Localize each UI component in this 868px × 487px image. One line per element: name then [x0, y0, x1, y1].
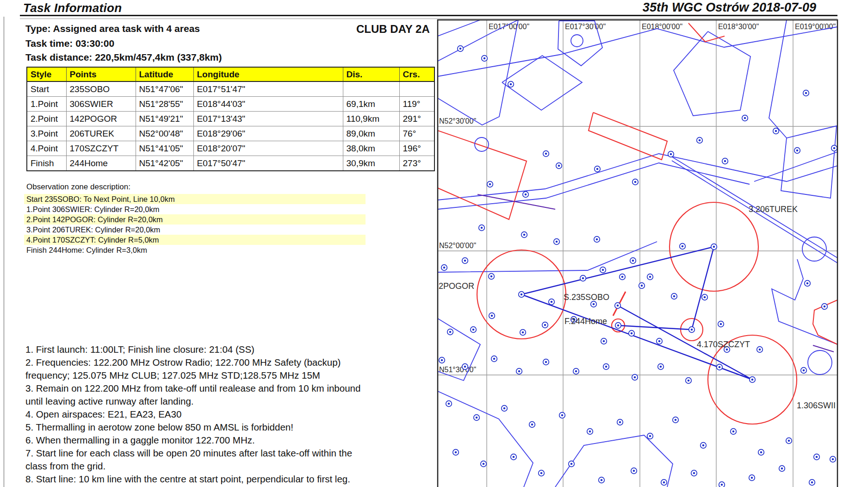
page-edge-line	[4, 17, 4, 487]
waypoint-dot-center	[832, 458, 834, 461]
turnpoint-table: StylePointsLatitudeLongitudeDis.Crs. Sta…	[26, 67, 435, 171]
table-cell: 306SWIER	[66, 97, 136, 112]
waypoint-dot-center	[732, 431, 735, 433]
waypoint-dot-center	[570, 463, 573, 465]
table-cell: 3.Point	[27, 126, 66, 141]
turnpoint-label-finish-home: F.244Home	[564, 317, 607, 326]
turnpoint-dot-point-2-pogor-center	[521, 293, 523, 296]
observation-zone-heading: Observation zone description:	[26, 182, 130, 192]
task-notes: 1. First launch: 11:00LT; Finish line cl…	[25, 343, 360, 486]
turnpoint-dot-finish-home-center	[617, 325, 620, 327]
table-cell: 206TUREK	[66, 126, 136, 141]
table-row: 4.Point170SZCZYTN51°41'05"E018°20'07"38,…	[27, 141, 434, 156]
table-cell: 89,0km	[343, 126, 399, 141]
map-border	[438, 20, 837, 487]
table-cell: 119°	[399, 97, 434, 112]
waypoint-dot-center	[518, 370, 521, 373]
table-cell: E017°51'47"	[193, 81, 343, 97]
table-row: 1.Point306SWIERN51°28'55"E018°44'03"69,1…	[27, 97, 434, 112]
waypoint-dot-center	[649, 435, 651, 437]
note-line: frequency; 125.075 MHz CLUB; 127.025 MHz…	[25, 369, 360, 382]
longitude-label: E018°00'00"	[642, 23, 682, 31]
waypoint-dot-center	[582, 277, 584, 280]
waypoint-dot-center	[490, 275, 493, 278]
table-cell	[343, 81, 399, 97]
waypoint-dot-center	[545, 361, 547, 363]
task-map: E017°00'00"E017°30'00"E018°00'00"E018°30…	[437, 19, 838, 487]
waypoint-dot-center	[603, 340, 605, 343]
turnpoint-label-point-2-pogor: 2POGOR	[439, 281, 474, 291]
page-title: Task Information	[23, 1, 122, 15]
table-cell: 30,9km	[343, 156, 399, 171]
waypoint-dot-center	[796, 150, 799, 152]
turnpoint-dot-start-sobo-center	[617, 305, 619, 307]
turnpoint-dot-point-1-swier-center	[751, 379, 754, 381]
airspace-boundary	[438, 391, 533, 487]
waypoint-dot-center	[704, 296, 706, 299]
table-cell: E018°20'07"	[193, 141, 343, 156]
waypoint-dot-center	[551, 301, 553, 303]
table-cell: Finish	[27, 156, 66, 171]
task-time: Task time: 03:30:00	[25, 38, 114, 49]
observation-zone-list: Start 235SOBO: To Next Point, Line 10,0k…	[24, 194, 366, 255]
waypoint-dot-center	[540, 472, 543, 475]
latitude-label: N51°30'00"	[439, 366, 476, 374]
waypoint-dot-center	[824, 306, 826, 308]
table-column-header: Longitude	[193, 67, 343, 81]
waypoint-dot-center	[493, 358, 496, 360]
observation-zone-line: 4.Point 170SZCZYT: Cylinder R=5,0km	[24, 235, 366, 245]
waypoint-dot-center	[775, 130, 777, 132]
waypoint-dot-center	[806, 282, 809, 285]
waypoint-dot-center	[660, 366, 662, 368]
waypoint-dot-center	[589, 431, 591, 433]
table-cell: 2.Point	[27, 112, 66, 126]
airspace-circle	[571, 35, 583, 47]
table-row: 2.Point142POGORN51°49'21"E017°13'43"110,…	[27, 112, 434, 126]
restricted-area-boundary	[477, 194, 555, 209]
waypoint-dot-center	[649, 276, 651, 278]
waypoint-dot-center	[641, 285, 643, 287]
waypoint-dot-center	[634, 376, 636, 379]
note-line: 5. Thermalling in aerotow zone below 850…	[25, 421, 360, 434]
waypoint-dot-center	[449, 331, 452, 333]
waypoint-dot-center	[472, 329, 475, 331]
note-line: 8. Start line: 10 km line with the centr…	[25, 473, 360, 486]
observation-zone-line: Finish 244Home: Cylinder R=3,0km	[24, 245, 366, 255]
table-cell: E017°13'43"	[193, 112, 343, 126]
table-column-header: Crs.	[399, 67, 434, 81]
note-line: 2. Frequencies: 122.200 MHz Ostrow Radio…	[25, 356, 360, 369]
table-column-header: Latitude	[136, 67, 193, 81]
waypoint-dot-center	[561, 414, 564, 417]
waypoint-dot-center	[682, 245, 684, 248]
table-cell: N51°49'21"	[136, 112, 193, 126]
waypoint-dot-center	[631, 332, 633, 335]
turnpoint-dot-point-4-szczyt-center	[691, 329, 693, 331]
waypoint-dot-center	[464, 366, 466, 368]
waypoint-dot-center	[531, 424, 533, 426]
waypoint-dot-center	[811, 481, 813, 484]
observation-zone-line: 3.Point 206TUREK: Cylinder R=20,0km	[24, 225, 366, 235]
longitude-label: E018°30'00"	[718, 23, 759, 31]
airspace-boundary	[772, 259, 837, 344]
table-cell: 170SZCZYT	[66, 141, 136, 156]
waypoint-dot-center	[699, 139, 701, 142]
table-cell: 110,9km	[343, 112, 399, 126]
table-cell: E017°50'47"	[193, 156, 343, 171]
map-content: E017°00'00"E017°30'00"E018°00'00"E018°30…	[438, 20, 838, 487]
waypoint-dot-center	[596, 238, 598, 241]
waypoint-dot-center	[702, 444, 705, 447]
table-cell: 196°	[399, 141, 434, 156]
airspace-boundary	[438, 20, 518, 61]
table-cell: N51°47'06"	[136, 81, 193, 97]
table-row: Finish244HomeN51°42'05"E017°50'47"30,9km…	[27, 156, 434, 171]
observation-zone-line: 2.Point 142POGOR: Cylinder R=20,0km	[24, 214, 366, 225]
waypoint-dot-center	[484, 57, 486, 60]
airspace-boundary	[438, 163, 750, 209]
turnpoint-label-point-1-swier: 1.306SWII	[797, 401, 836, 410]
waypoint-dot-center	[558, 165, 560, 167]
waypoint-dot-center	[803, 369, 805, 372]
table-cell: 235SOBO	[66, 81, 136, 97]
turnpoint-label-point-4-szczyt: 4.170SZCZYT	[697, 340, 750, 349]
waypoint-dot-center	[464, 260, 466, 262]
waypoint-dot-center	[632, 260, 634, 262]
